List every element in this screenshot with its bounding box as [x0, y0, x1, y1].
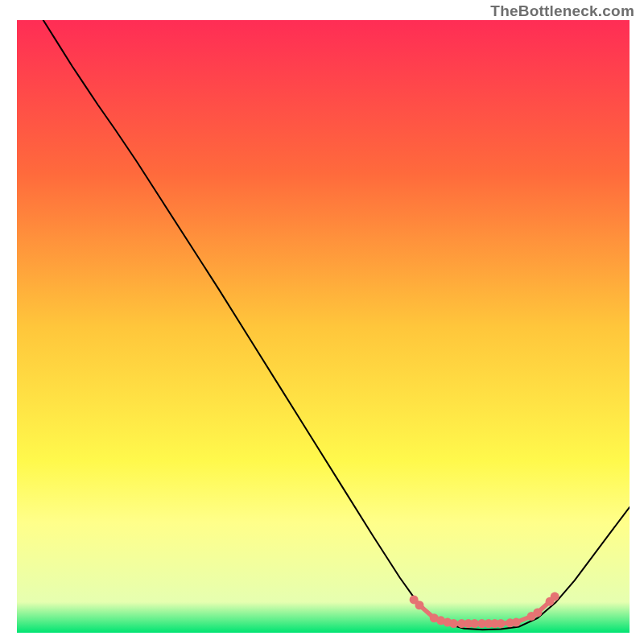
chart-svg	[17, 20, 630, 633]
chart-plot	[17, 20, 630, 633]
valley-marker	[415, 601, 423, 609]
valley-marker	[512, 618, 521, 627]
valley-marker	[533, 608, 542, 617]
valley-marker	[449, 619, 458, 628]
valley-marker	[497, 619, 506, 628]
valley-marker	[551, 592, 559, 601]
gradient-background	[17, 20, 630, 633]
attribution-text: TheBottleneck.com	[490, 2, 634, 20]
